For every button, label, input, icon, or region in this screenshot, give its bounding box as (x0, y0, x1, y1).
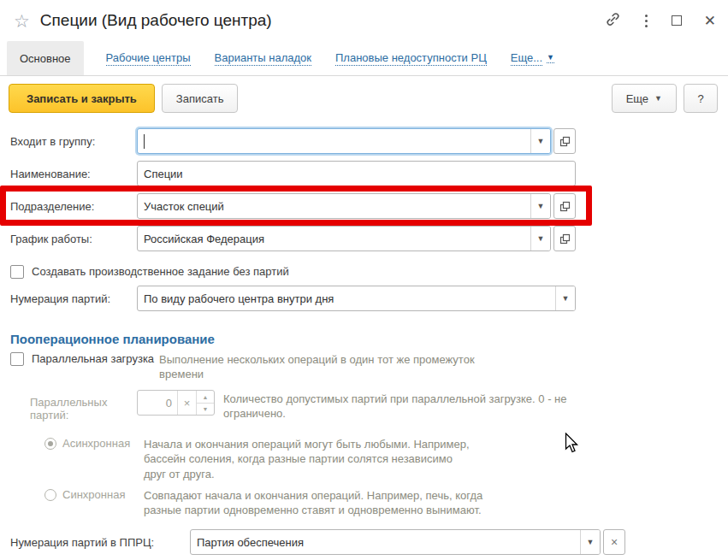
more-button[interactable]: Еще ▼ (612, 84, 677, 113)
tab-setup-options[interactable]: Варианты наладок (213, 41, 313, 75)
favorite-star-icon[interactable]: ☆ (14, 12, 30, 30)
tab-unavailability[interactable]: Плановые недоступности РЦ (334, 41, 488, 75)
row-batch-numbering: Нумерация партий: ▼ (10, 286, 728, 311)
pprc-numbering-field[interactable]: ▼ (190, 529, 601, 555)
sync-desc: Совпадают начала и окончания операций. Н… (144, 488, 482, 517)
schedule-input[interactable] (138, 227, 530, 251)
parallel-load-label: Параллельная загрузка (32, 352, 154, 365)
pprc-clear-button[interactable]: × (603, 529, 625, 555)
pprc-numbering-label: Нумерация партий в ППРЦ: (10, 536, 190, 549)
department-input[interactable] (138, 194, 530, 218)
menu-kebab-icon[interactable] (643, 13, 649, 29)
help-button[interactable]: ? (684, 84, 718, 113)
sync-label: Синхронная (56, 488, 144, 501)
schedule-open-button[interactable] (553, 226, 576, 251)
schedule-dropdown-icon[interactable]: ▼ (530, 227, 550, 251)
tab-work-centers[interactable]: Рабочие центры (104, 41, 192, 75)
tab-more[interactable]: Еще... ▼ (509, 41, 556, 75)
chevron-down-icon: ▼ (547, 53, 554, 63)
pprc-dropdown-icon[interactable]: ▼ (580, 530, 600, 554)
parallel-batches-input[interactable] (138, 391, 177, 415)
group-field[interactable]: ▼ (137, 128, 551, 154)
row-group: Входит в группу: ▼ (10, 128, 728, 154)
nav-tabs: Основное Рабочие центры Варианты наладок… (0, 41, 728, 76)
group-input[interactable] (145, 129, 530, 153)
sync-radio[interactable] (44, 489, 56, 501)
window-title: Специи (Вид рабочего центра) (40, 11, 605, 30)
parallel-batches-field[interactable]: × ▲▼ (137, 390, 215, 416)
group-label: Входит в группу: (10, 135, 137, 148)
async-label: Асинхронная (56, 437, 144, 450)
department-field[interactable]: ▼ (137, 193, 551, 219)
batch-numbering-dropdown-icon[interactable]: ▼ (555, 286, 575, 310)
parallel-batches-label: Параллельных партий: (10, 396, 137, 421)
department-dropdown-icon[interactable]: ▼ (530, 194, 550, 218)
row-schedule: График работы: ▼ (10, 226, 728, 251)
parallel-batches-desc: Количество допустимых партий при паралле… (223, 392, 566, 421)
async-desc: Начала и окончания операций могут быть л… (144, 437, 470, 480)
row-name: Наименование: (10, 161, 728, 186)
pprc-numbering-input[interactable] (191, 530, 580, 554)
maximize-icon[interactable] (672, 15, 682, 26)
schedule-field[interactable]: ▼ (137, 226, 551, 251)
row-sync: Синхронная Совпадают начала и окончания … (10, 488, 728, 517)
schedule-label: График работы: (10, 233, 137, 245)
row-department: Подразделение: ▼ (10, 193, 728, 219)
row-pprc-numbering: Нумерация партий в ППРЦ: ▼ × (10, 529, 728, 555)
async-radio[interactable] (44, 438, 56, 450)
no-batches-label: Создавать производственное задание без п… (32, 265, 289, 278)
titlebar: ☆ Специи (Вид рабочего центра) ✕ (0, 0, 728, 41)
row-parallel-load: Параллельная загрузка Выполнение несколь… (10, 352, 728, 381)
link-icon[interactable] (605, 11, 621, 30)
parallel-load-checkbox[interactable] (10, 352, 24, 366)
save-button[interactable]: Записать (162, 84, 239, 113)
tab-main[interactable]: Основное (7, 41, 84, 75)
chevron-down-icon: ▼ (654, 94, 662, 103)
row-no-batches: Создавать производственное задание без п… (10, 265, 728, 279)
row-parallel-batches: Параллельных партий: × ▲▼ Количество доп… (10, 390, 728, 421)
form-content: Входит в группу: ▼ Наименование: Подразд… (0, 120, 728, 555)
number-stepper[interactable]: ▲▼ (196, 391, 214, 415)
name-label: Наименование: (10, 168, 137, 180)
save-and-close-button[interactable]: Записать и закрыть (9, 84, 155, 113)
group-open-button[interactable] (553, 128, 576, 154)
clear-x-icon[interactable]: × (177, 391, 196, 415)
batch-numbering-label: Нумерация партий: (10, 292, 137, 305)
close-icon[interactable]: ✕ (704, 14, 716, 28)
department-open-button[interactable] (553, 193, 576, 219)
batch-numbering-input[interactable] (138, 286, 555, 310)
department-label: Подразделение: (10, 200, 137, 213)
name-input[interactable] (138, 162, 575, 186)
group-dropdown-icon[interactable]: ▼ (530, 129, 550, 153)
row-async: Асинхронная Начала и окончания операций … (10, 437, 728, 480)
batch-numbering-field[interactable]: ▼ (137, 286, 576, 311)
parallel-load-desc: Выполнение нескольких операций в один то… (159, 352, 474, 381)
name-field[interactable] (137, 161, 576, 186)
toolbar: Записать и закрыть Записать Еще ▼ ? (0, 76, 728, 120)
section-title: Пооперационное планирование (10, 332, 728, 346)
no-batches-checkbox[interactable] (10, 265, 24, 279)
